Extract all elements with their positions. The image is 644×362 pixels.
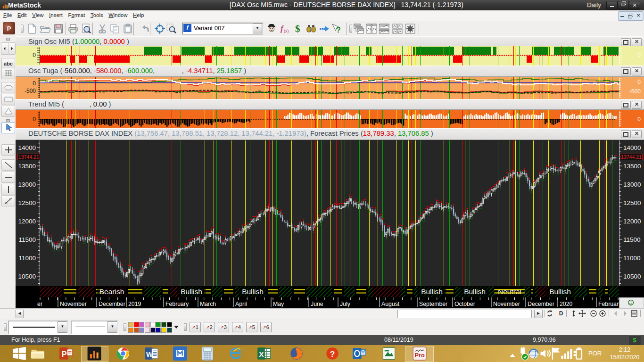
svg-text:May: May [273, 301, 284, 307]
svg-text:12500: 12500 [18, 199, 36, 206]
svg-text:?: ? [330, 349, 335, 359]
svg-text:November: November [60, 301, 87, 307]
svg-text:13500: 13500 [623, 163, 641, 170]
svg-text:12500: 12500 [623, 199, 641, 206]
svg-text:10500: 10500 [623, 273, 641, 280]
svg-text:0: 0 [33, 52, 36, 58]
svg-text:Pro: Pro [415, 352, 425, 359]
svg-text:13500: 13500 [18, 163, 36, 170]
svg-text:13744.21: 13744.21 [621, 154, 642, 160]
svg-text:Bearish: Bearish [99, 288, 124, 296]
svg-text:2020: 2020 [560, 301, 573, 307]
svg-text:14000: 14000 [623, 144, 641, 151]
svg-text:(x): (x) [284, 29, 289, 33]
svg-text:er: er [37, 301, 42, 307]
svg-text:L: L [9, 197, 11, 201]
svg-text:0: 0 [637, 52, 641, 58]
svg-text:March: March [200, 301, 216, 307]
svg-text:?: ? [336, 26, 341, 34]
svg-text:0: 0 [637, 79, 641, 85]
svg-text:14000: 14000 [18, 144, 36, 151]
svg-text:0: 0 [637, 116, 641, 123]
svg-text:13000: 13000 [623, 181, 641, 188]
svg-text:P: P [62, 350, 67, 358]
svg-text:December: December [528, 301, 554, 307]
svg-text:12000: 12000 [623, 218, 641, 225]
svg-text:Bullish: Bullish [242, 288, 264, 296]
svg-text:S: S [5, 201, 8, 205]
svg-text:2019: 2019 [128, 301, 141, 307]
svg-text:0: 0 [33, 80, 36, 87]
svg-text:13000: 13000 [18, 181, 36, 188]
svg-text:Bullish: Bullish [464, 288, 486, 296]
svg-text:July: July [340, 301, 351, 307]
svg-text:11500: 11500 [623, 236, 641, 243]
svg-text:August: August [381, 301, 400, 307]
svg-text:February: February [598, 301, 622, 307]
svg-text:-500: -500 [629, 88, 641, 95]
svg-text:Bullish: Bullish [181, 288, 202, 296]
svg-text:June: June [311, 301, 323, 307]
svg-text:11000: 11000 [18, 255, 36, 262]
svg-text:Neutral: Neutral [498, 288, 521, 296]
svg-text:10500: 10500 [18, 273, 36, 280]
svg-text:12000: 12000 [18, 218, 36, 225]
svg-text:$: $ [295, 23, 300, 34]
svg-text:X: X [259, 350, 264, 358]
svg-text:Bullish: Bullish [549, 288, 571, 296]
svg-text:-500: -500 [25, 88, 36, 94]
svg-text:Bullish: Bullish [421, 288, 443, 296]
svg-text:September: September [419, 301, 447, 307]
svg-text:December: December [99, 301, 125, 307]
svg-text:November: November [493, 301, 520, 307]
svg-text:11500: 11500 [18, 236, 36, 243]
svg-text:0: 0 [33, 116, 36, 123]
svg-text:October: October [454, 301, 475, 307]
svg-text:11000: 11000 [623, 255, 641, 262]
svg-text:13744.21: 13744.21 [18, 154, 39, 160]
svg-text:February: February [165, 301, 189, 307]
svg-text:April: April [235, 301, 247, 307]
